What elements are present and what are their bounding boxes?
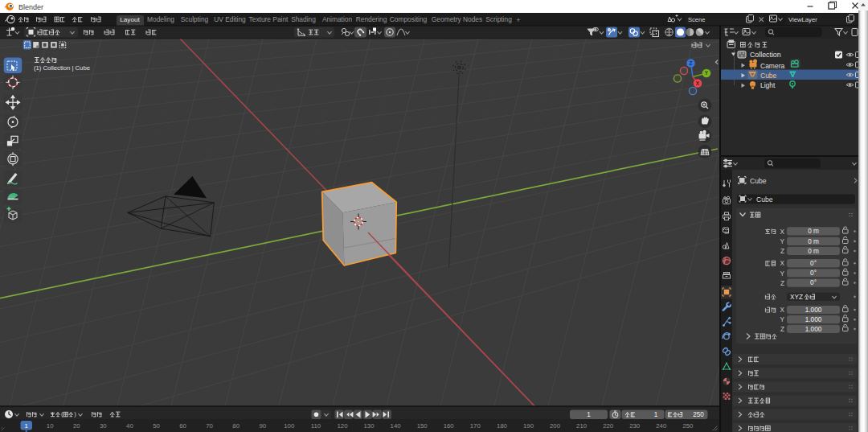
svg-text:Animation: Animation xyxy=(322,15,353,23)
svg-text:0 m: 0 m xyxy=(808,228,819,235)
svg-text:250: 250 xyxy=(682,422,694,430)
svg-text:Rendering: Rendering xyxy=(356,15,387,23)
svg-text:0°: 0° xyxy=(810,279,817,286)
svg-text:40: 40 xyxy=(126,422,133,430)
svg-text:Y: Y xyxy=(780,316,785,323)
svg-text:): ) xyxy=(74,410,76,418)
svg-text:(1) Collection | Cube: (1) Collection | Cube xyxy=(34,64,90,72)
svg-text:240: 240 xyxy=(656,422,667,430)
svg-text:100: 100 xyxy=(284,422,295,430)
svg-text:190: 190 xyxy=(523,422,534,430)
svg-text:Geometry Nodes: Geometry Nodes xyxy=(432,15,482,23)
svg-text:1: 1 xyxy=(25,422,28,430)
svg-text:230: 230 xyxy=(629,422,641,430)
svg-text:120: 120 xyxy=(337,422,348,430)
svg-text:140: 140 xyxy=(391,422,402,430)
svg-text:1: 1 xyxy=(654,411,658,418)
svg-text:Scene: Scene xyxy=(688,16,706,23)
svg-text:Z: Z xyxy=(780,248,784,255)
svg-text:60: 60 xyxy=(179,422,186,430)
svg-text:1.000: 1.000 xyxy=(805,316,822,323)
svg-text:Y: Y xyxy=(780,270,785,278)
svg-text:0 m: 0 m xyxy=(808,238,819,245)
svg-text:Cube: Cube xyxy=(760,72,777,80)
svg-text:150: 150 xyxy=(417,422,428,430)
svg-text:Y: Y xyxy=(780,238,785,245)
svg-text:X: X xyxy=(780,260,785,267)
svg-text:130: 130 xyxy=(363,422,375,430)
svg-text:50: 50 xyxy=(153,422,160,430)
svg-text:80: 80 xyxy=(232,422,240,430)
svg-text:Cube: Cube xyxy=(756,195,773,204)
svg-text:(: ( xyxy=(61,410,63,418)
svg-text:30: 30 xyxy=(100,422,107,430)
svg-text:Z: Z xyxy=(780,280,784,287)
svg-text:Scripting: Scripting xyxy=(485,15,512,23)
svg-text:170: 170 xyxy=(470,422,481,430)
svg-text:0 m: 0 m xyxy=(808,248,819,255)
svg-text:Texture Paint: Texture Paint xyxy=(249,15,289,23)
svg-text:0°: 0° xyxy=(810,260,817,267)
svg-text:210: 210 xyxy=(576,422,588,430)
svg-text:20: 20 xyxy=(73,422,80,430)
svg-text:1: 1 xyxy=(587,411,591,418)
svg-text:200: 200 xyxy=(550,422,561,430)
svg-text:+: + xyxy=(516,16,520,24)
svg-text:Sculpting: Sculpting xyxy=(181,15,209,23)
svg-text:Shading: Shading xyxy=(291,15,316,23)
svg-text:220: 220 xyxy=(603,422,614,430)
svg-text:X: X xyxy=(780,228,785,236)
svg-text:Collection: Collection xyxy=(750,51,781,59)
svg-text:UV Editing: UV Editing xyxy=(214,15,246,23)
svg-text:10: 10 xyxy=(47,422,54,430)
svg-text:Light: Light xyxy=(760,81,776,89)
svg-text:250: 250 xyxy=(693,411,704,418)
svg-text:Compositing: Compositing xyxy=(390,15,428,23)
svg-text:0°: 0° xyxy=(810,269,817,277)
svg-text:1.000: 1.000 xyxy=(805,326,822,333)
svg-text:Cube: Cube xyxy=(750,177,767,185)
svg-text:Y: Y xyxy=(705,70,709,76)
svg-text:70: 70 xyxy=(206,422,213,430)
svg-text:Modeling: Modeling xyxy=(147,15,174,23)
svg-text:90: 90 xyxy=(259,422,266,430)
svg-text:Z: Z xyxy=(780,326,784,333)
svg-text:1.000: 1.000 xyxy=(805,307,822,314)
svg-text:160: 160 xyxy=(444,422,455,430)
svg-text:XYZ: XYZ xyxy=(790,294,803,301)
svg-text:Layout: Layout xyxy=(120,16,140,23)
svg-text:X: X xyxy=(696,80,700,86)
svg-text:X: X xyxy=(780,307,785,314)
svg-text:180: 180 xyxy=(497,422,508,430)
svg-text:Blender: Blender xyxy=(18,3,43,11)
svg-text:ViewLayer: ViewLayer xyxy=(788,16,817,23)
svg-text:110: 110 xyxy=(311,422,321,430)
svg-text:Camera: Camera xyxy=(760,62,785,70)
svg-text:Z: Z xyxy=(690,60,693,66)
